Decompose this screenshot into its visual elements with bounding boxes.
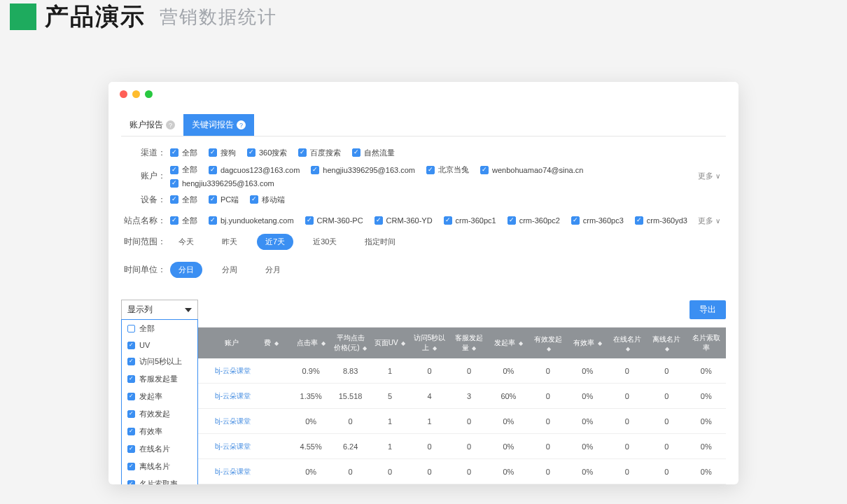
dropdown-item-label: 全部 (139, 323, 155, 334)
report-tabs: 账户报告 ? 关键词报告 ? (121, 114, 726, 136)
column-select[interactable]: 显示列 (121, 300, 198, 320)
checkbox-option[interactable]: 全部 (170, 216, 197, 226)
table-header-cell[interactable]: 离线名片 ◆ (647, 328, 686, 358)
checkbox-label: CRM-360-YD (386, 216, 433, 225)
minimize-icon[interactable] (132, 90, 140, 98)
checkbox-icon (209, 195, 217, 204)
tab-keyword-report[interactable]: 关键词报告 ? (183, 114, 254, 136)
table-cell-account: bj-云朵课堂 (212, 409, 251, 434)
checkbox-option[interactable]: 百度搜索 (298, 148, 341, 158)
time-option[interactable]: 指定时间 (356, 234, 404, 250)
help-icon[interactable]: ? (166, 120, 175, 130)
page-header: 产品演示 营销数据统计 (10, 0, 847, 54)
sort-icon: ◆ (321, 340, 326, 346)
more-button[interactable]: 更多 (698, 171, 720, 181)
checkbox-option[interactable]: PC端 (209, 195, 239, 205)
export-button[interactable]: 导出 (690, 300, 726, 319)
checkbox-option[interactable]: 搜狗 (209, 148, 236, 158)
table-cell: 8.83 (330, 358, 370, 384)
table-cell: 0% (489, 459, 528, 484)
checkbox-icon (374, 216, 383, 225)
more-button[interactable]: 更多 (698, 216, 720, 226)
filter-account: 账户： 全部dagcuos123@163.comhengjiu3396295@1… (121, 164, 726, 188)
table-header-cell[interactable]: 页面UV ◆ (370, 328, 410, 358)
table-header-cell[interactable]: 客服发起量 ◆ (449, 328, 489, 358)
table-header-cell[interactable]: 点击率 ◆ (291, 328, 330, 358)
checkbox-option[interactable]: crm-360pc3 (571, 216, 624, 225)
dropdown-item[interactable]: 离线名片 (122, 458, 197, 475)
table-header-cell[interactable]: 在线名片 ◆ (608, 328, 647, 358)
dropdown-item-label: 有效发起 (139, 409, 170, 419)
checkbox-option[interactable]: 北京当兔 (426, 164, 469, 175)
table-header-cell[interactable]: 账户 (212, 328, 251, 358)
table-cell: 0% (489, 358, 528, 384)
column-select-label: 显示列 (127, 304, 153, 316)
checkbox-option[interactable]: crm-360pc2 (507, 216, 560, 225)
dropdown-item[interactable]: 全部 (122, 320, 197, 337)
dropdown-item[interactable]: UV (122, 337, 197, 353)
table-cell (251, 434, 290, 459)
table-header-cell[interactable]: 访问5秒以上 ◆ (410, 328, 449, 358)
dropdown-item[interactable]: 访问5秒以上 (122, 353, 197, 370)
checkbox-option[interactable]: CRM-360-PC (305, 216, 363, 225)
checkbox-option[interactable]: hengjiu3396295@163.com (311, 166, 415, 174)
checkbox-option[interactable]: 全部 (170, 195, 197, 205)
time-option[interactable]: 近30天 (304, 234, 345, 250)
filter-options: 全部搜狗360搜索百度搜索自然流量 (170, 148, 726, 158)
checkbox-option[interactable]: 360搜索 (247, 148, 287, 158)
table-header-cell[interactable]: 有效率 ◆ (568, 328, 607, 358)
checkbox-option[interactable]: 自然流量 (352, 148, 395, 158)
table-cell: 0 (608, 459, 647, 484)
time-option[interactable]: 近7天 (257, 234, 293, 250)
checkbox-option[interactable]: 全部 (170, 148, 197, 158)
checkbox-icon (127, 428, 135, 435)
dropdown-item[interactable]: 有效率 (122, 423, 197, 440)
help-icon[interactable]: ? (237, 120, 246, 130)
close-icon[interactable] (120, 90, 127, 98)
sort-icon: ◆ (433, 345, 437, 351)
table-header-cell[interactable]: 有效发起 ◆ (528, 328, 568, 358)
table-cell: 0 (449, 434, 489, 459)
table-header-cell[interactable]: 发起率 ◆ (489, 328, 528, 358)
tab-account-report[interactable]: 账户报告 ? (121, 114, 183, 136)
time-option[interactable]: 今天 (170, 234, 202, 250)
checkbox-option[interactable]: wenbohuamao74@sina.cn (480, 166, 583, 174)
time-option[interactable]: 分月 (257, 262, 289, 278)
checkbox-option[interactable]: 移动端 (250, 195, 285, 205)
sort-icon: ◆ (274, 340, 279, 346)
filter-options: 全部PC端移动端 (170, 195, 726, 205)
checkbox-option[interactable]: crm-360yd3 (635, 216, 687, 225)
table-row: 又bj-云朵课堂0%01100%00%000% (121, 409, 726, 434)
table-header-cell[interactable]: 费 ◆ (251, 328, 290, 358)
dropdown-item[interactable]: 在线名片 (122, 440, 197, 458)
checkbox-icon (127, 342, 135, 349)
checkbox-option[interactable]: hengjiu3396295@163.com (170, 179, 274, 188)
checkbox-icon (507, 216, 516, 225)
table-cell-account: bj-云朵课堂 (212, 358, 251, 384)
time-option[interactable]: 分日 (170, 262, 202, 278)
checkbox-label: wenbohuamao74@sina.cn (492, 166, 583, 174)
table-cell: 0 (330, 409, 370, 434)
dropdown-item[interactable]: 发起率 (122, 388, 197, 405)
table-header-cell[interactable]: 平均点击价格(元) ◆ (330, 328, 370, 358)
checkbox-option[interactable]: 全部 (170, 164, 197, 175)
checkbox-label: hengjiu3396295@163.com (323, 166, 415, 174)
table-cell-account: bj-云朵课堂 (212, 434, 251, 459)
time-option[interactable]: 分周 (214, 262, 246, 278)
checkbox-icon (170, 179, 178, 188)
table-header-cell[interactable]: 名片索取率 (686, 328, 726, 358)
checkbox-option[interactable]: dagcuos123@163.com (209, 166, 300, 174)
checkbox-option[interactable]: bj.yunduoketang.com (209, 216, 294, 225)
checkbox-option[interactable]: CRM-360-YD (374, 216, 433, 225)
checkbox-label: 移动端 (262, 195, 285, 205)
dropdown-item-label: 离线名片 (139, 461, 170, 472)
checkbox-label: crm-360yd3 (647, 216, 687, 225)
dropdown-item[interactable]: 名片索取率 (122, 475, 197, 484)
checkbox-icon (127, 480, 135, 484)
checkbox-option[interactable]: crm-360pc1 (444, 216, 496, 225)
maximize-icon[interactable] (145, 90, 153, 98)
dropdown-item[interactable]: 客服发起量 (122, 370, 197, 388)
time-option[interactable]: 昨天 (214, 234, 246, 250)
dropdown-item[interactable]: 有效发起 (122, 405, 197, 423)
table-cell-account: bj-云朵课堂 (212, 459, 251, 484)
